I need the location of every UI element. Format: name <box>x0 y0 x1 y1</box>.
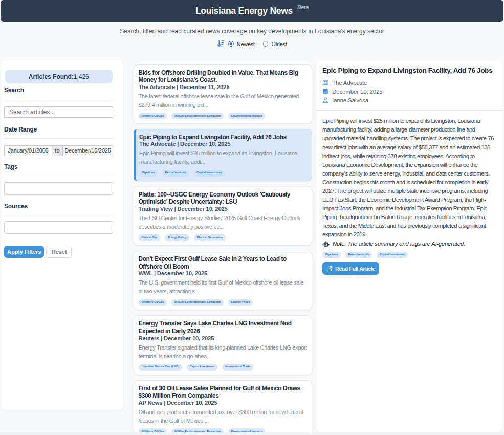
article-card-tags: Liquefied Natural Gas (LNG)Capital Inves… <box>139 364 308 371</box>
article-card[interactable]: Don't Expect First Gulf Lease Sale in 2 … <box>134 251 312 310</box>
article-card-title: Epic Piping to Expand Livingston Facilit… <box>139 134 308 141</box>
detail-meta: The Advocate December 10, 2025 <box>322 78 496 105</box>
tag-pill: Electric Generation <box>194 234 226 241</box>
sources-input[interactable] <box>4 221 113 234</box>
robot-icon <box>322 241 330 247</box>
tag-pill: International Trade <box>222 364 253 371</box>
read-full-article-label: Read Full Article <box>335 266 375 272</box>
date-to-input[interactable] <box>63 145 113 156</box>
article-card[interactable]: Epic Piping to Expand Livingston Facilit… <box>134 129 312 181</box>
detail-date-row: December 10, 2025 <box>322 87 496 96</box>
tag-pill: Petrochemicals <box>162 170 189 177</box>
search-divider <box>4 99 113 99</box>
date-range-heading: Date Range <box>4 126 113 133</box>
article-card-summary: The U.S. government held its first Gulf … <box>139 278 308 296</box>
article-card-tags: PipelinesPetrochemicalsCapital Investmen… <box>139 170 308 177</box>
tag-pill: Liquefied Natural Gas (LNG) <box>139 364 183 371</box>
tag-pill: Natural Gas <box>139 234 161 241</box>
tag-pill: Oil/Gas Exploration and Extraction <box>171 428 224 432</box>
reset-button[interactable]: Reset <box>46 246 72 258</box>
article-card[interactable]: Platts: 100--USGC Energy Economy Outlook… <box>134 186 312 246</box>
tag-pill: Offshore Oil/Gas <box>139 113 167 119</box>
article-card-summary: Energy Transfer signaled that its long-p… <box>139 343 308 361</box>
detail-tags: PipelinesPetrochemicalsCapital Investmen… <box>322 252 496 258</box>
article-card-title: Bids for Offshore Drilling Doubled in Va… <box>139 69 308 84</box>
sort-radio-group: Newest Oldest <box>228 41 287 47</box>
tag-pill: Environmental Impacts <box>228 113 266 119</box>
ai-note: Note: The article summary and tags are A… <box>322 241 496 247</box>
bottom-strip <box>0 432 504 435</box>
detail-divider <box>316 110 502 111</box>
app-subtitle: Search, filter, and read curated news co… <box>0 28 504 35</box>
articles-found-badge: Articles Found:1,426 <box>5 70 113 83</box>
sort-oldest-option[interactable]: Oldest <box>263 41 287 47</box>
main-content: Articles Found:1,426 Search Date Range t… <box>0 60 504 432</box>
article-card-meta: The Advocate | December 11, 2025 <box>139 84 308 90</box>
app-title: Louisiana Energy News <box>195 6 293 16</box>
article-card-meta: Reuters | December 10, 2025 <box>139 335 308 341</box>
article-card[interactable]: Energy Transfer Says Lake Charles LNG In… <box>134 315 312 375</box>
date-range-row: to <box>4 145 113 156</box>
article-card-title: Energy Transfer Says Lake Charles LNG In… <box>139 320 308 335</box>
detail-date: December 10, 2025 <box>332 88 382 95</box>
article-list[interactable]: Bids for Offshore Drilling Doubled in Va… <box>126 60 319 432</box>
apply-filters-button[interactable]: Apply Filters <box>4 246 44 258</box>
tag-pill: Energy Policy <box>165 234 189 241</box>
sources-section-heading: Sources <box>4 203 113 210</box>
article-card-tags: Offshore Oil/GasOil/Gas Exploration and … <box>139 113 308 119</box>
article-card-summary: The latest federal offshore lease sale i… <box>139 92 308 110</box>
beta-badge: Beta <box>297 5 309 10</box>
sources-divider <box>4 215 113 215</box>
oldest-label: Oldest <box>271 41 287 47</box>
tag-pill: Capital Investment <box>377 252 408 258</box>
newest-label: Newest <box>237 41 255 47</box>
article-card-tags: Offshore Oil/GasOil/Gas Exploration and … <box>139 428 308 432</box>
read-full-article-button[interactable]: Read Full Article <box>322 262 379 275</box>
article-card-meta: The Advocate | December 10, 2025 <box>139 141 308 147</box>
tag-pill: Oil/Gas Exploration and Extraction <box>171 113 224 119</box>
sort-controls: Newest Oldest <box>0 40 504 48</box>
tags-input[interactable] <box>4 182 113 195</box>
detail-author: Ianne Salvosa <box>332 97 368 103</box>
detail-body: Epic Piping will invest $25 million to e… <box>322 117 496 239</box>
filter-sidebar: Articles Found:1,426 Search Date Range t… <box>1 60 123 410</box>
tag-pill: Environmental Impacts <box>228 428 266 432</box>
oldest-radio[interactable] <box>263 41 269 47</box>
article-card[interactable]: First of 30 Oil Lease Sales Planned for … <box>134 380 312 432</box>
article-card-title: Don't Expect First Gulf Lease Sale in 2 … <box>139 255 308 270</box>
tag-pill: Capital Investment <box>193 170 225 177</box>
tags-divider <box>4 176 113 176</box>
date-range-separator: to <box>52 145 63 156</box>
article-detail-panel: Epic Piping to Expand Livingston Facilit… <box>316 60 502 432</box>
articles-found-count: 1,426 <box>74 73 89 80</box>
ai-note-text: Note: The article summary and tags are A… <box>333 241 465 247</box>
article-card-tags: Natural GasEnergy PolicyElectric Generat… <box>139 234 308 241</box>
articles-found-label: Articles Found: <box>29 73 74 80</box>
tags-section-heading: Tags <box>4 163 113 170</box>
article-card-meta: AP News | December 10, 2025 <box>139 400 308 406</box>
person-icon <box>322 97 328 103</box>
sort-descending-icon <box>217 40 225 48</box>
search-input[interactable] <box>4 106 113 118</box>
detail-author-row: Ianne Salvosa <box>322 96 496 104</box>
app-header: Louisiana Energy News Beta <box>1 0 503 22</box>
tag-pill: Oil/Gas Exploration and Extraction <box>171 299 224 306</box>
tag-pill: Petrochemicals <box>345 252 372 258</box>
date-from-input[interactable] <box>4 145 52 156</box>
article-card-tags: Offshore Oil/GasOil/Gas Exploration and … <box>139 299 308 306</box>
tag-pill: Pipelines <box>139 170 158 177</box>
article-card-meta: Trading View | December 10, 2025 <box>139 206 308 212</box>
filter-buttons: Apply Filters Reset <box>4 246 113 258</box>
detail-source-row: The Advocate <box>322 78 496 87</box>
sort-newest-option[interactable]: Newest <box>228 41 255 47</box>
detail-title: Epic Piping to Expand Livingston Facilit… <box>322 66 496 75</box>
external-link-icon <box>326 266 333 272</box>
article-card[interactable]: Bids for Offshore Drilling Doubled in Va… <box>134 64 312 124</box>
search-section-heading: Search <box>4 86 113 94</box>
calendar-icon <box>322 88 328 94</box>
tag-pill: Pipelines <box>322 252 341 258</box>
article-card-summary: The LSU Center for Energy Studies’ 2025 … <box>139 214 308 231</box>
article-card-summary: Oil and gas producers committed just ove… <box>139 408 308 425</box>
newest-radio[interactable] <box>228 41 234 47</box>
article-card-summary: Epic Piping will invest $25 million to e… <box>139 149 308 166</box>
